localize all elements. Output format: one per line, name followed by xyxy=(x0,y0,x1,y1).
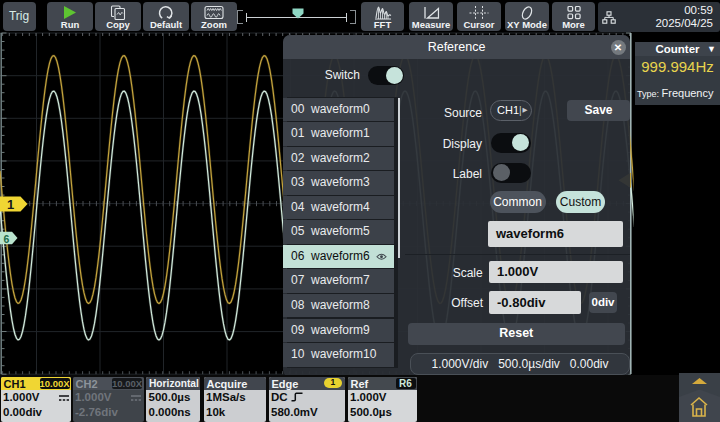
svg-text:6: 6 xyxy=(4,233,10,245)
svg-text:1: 1 xyxy=(7,197,14,212)
